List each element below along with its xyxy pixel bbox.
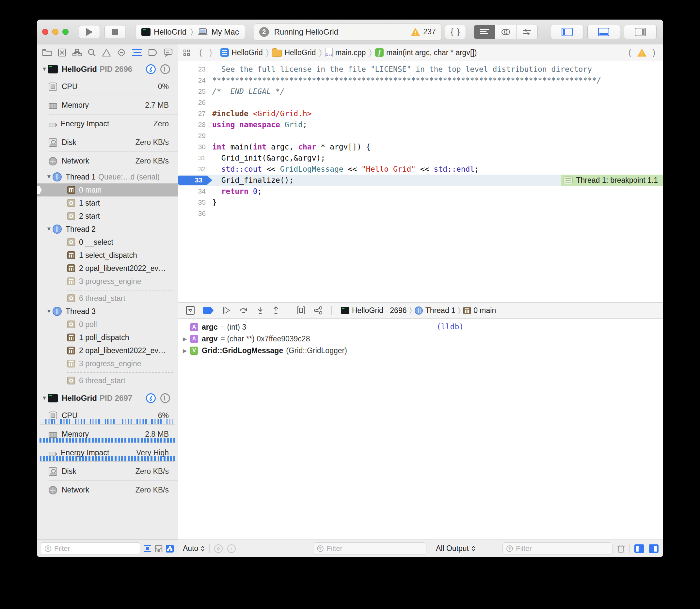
line-number[interactable]: 34 [178, 187, 206, 195]
continue-icon[interactable] [222, 307, 231, 314]
hide-debug-area-icon[interactable] [186, 306, 194, 315]
sidebar-row[interactable]: Memory 2.8 MB [37, 425, 178, 443]
line-number[interactable]: 35 [178, 198, 206, 206]
disclosure-triangle-icon[interactable]: ▼ [45, 174, 53, 180]
source-control-icon[interactable] [58, 48, 66, 57]
sidebar-row[interactable]: ▼ HelloGrid PID 2696 [37, 61, 178, 77]
warning-count[interactable]: 237 [423, 28, 436, 36]
sidebar-row[interactable]: 2 opal_libevent2022_ev… [37, 262, 178, 275]
sidebar-row[interactable]: 3 progress_engine [37, 357, 178, 370]
debug-thread[interactable]: Thread 1 [425, 306, 456, 315]
disclosure-triangle-icon[interactable]: ▼ [41, 66, 48, 72]
previous-issue-button[interactable]: ⟨ [626, 47, 633, 58]
disclosure-triangle-icon[interactable]: ▼ [45, 226, 53, 232]
warning-icon[interactable]: ! [637, 49, 647, 57]
console-filter-field[interactable]: Filter [502, 542, 613, 555]
sidebar-row[interactable]: 3 progress_engine [37, 275, 178, 288]
sidebar-row[interactable]: CPU 6% [37, 406, 178, 425]
run-button[interactable] [79, 25, 100, 39]
line-number[interactable]: 24 [178, 76, 206, 84]
sidebar-row[interactable]: Memory 2.7 MB [37, 96, 178, 115]
issue-navigator-icon[interactable] [102, 49, 111, 57]
version-editor-button[interactable] [516, 25, 537, 39]
line-number[interactable]: 36 [178, 210, 206, 218]
line-number[interactable]: 32 [178, 165, 206, 173]
sidebar-row[interactable]: 6 thread_start [37, 374, 178, 387]
quicklook-eye-icon[interactable] [214, 544, 223, 553]
variables-view-toggle-icon[interactable] [634, 544, 644, 553]
sidebar-row[interactable]: ▼ Thread 2 [37, 223, 178, 236]
debug-process[interactable]: HelloGrid - 2696 [352, 306, 407, 315]
sidebar-row[interactable]: ▼ Thread 1 Queue:…d (serial) [37, 170, 178, 184]
line-number[interactable]: 23 [178, 65, 206, 73]
sidebar-row[interactable]: Energy Impact Very High [37, 443, 178, 462]
navigator-toggle-button[interactable] [551, 25, 583, 39]
sidebar-row[interactable]: Network Zero KB/s [37, 152, 178, 170]
sidebar-row[interactable] [37, 288, 178, 292]
breakpoints-enabled-icon[interactable] [203, 307, 214, 314]
view-process-by-queue-icon[interactable] [166, 544, 174, 553]
sidebar-row[interactable]: 0 poll [37, 318, 178, 331]
next-issue-button[interactable]: ⟩ [650, 47, 658, 58]
stop-button[interactable] [104, 25, 125, 39]
standard-editor-button[interactable] [474, 25, 495, 39]
symbol-navigator-icon[interactable] [72, 49, 82, 56]
breakpoint-annotation[interactable]: Thread 1: breakpoint 1.1 [561, 175, 663, 186]
debug-frame[interactable]: 0 main [474, 306, 496, 315]
annotation-menu-icon[interactable] [564, 176, 573, 184]
sidebar-row[interactable]: 2 opal_libevent2022_ev… [37, 344, 178, 357]
forward-button[interactable]: ⟩ [207, 47, 215, 58]
line-number[interactable]: 28 [178, 121, 206, 128]
disclosure-triangle-icon[interactable]: ▶ [183, 336, 190, 342]
info-icon[interactable]: i [227, 544, 236, 553]
scheme-selector[interactable]: HelloGrid 〉 My Mac [135, 25, 245, 39]
sidebar-row[interactable] [37, 387, 178, 390]
breakpoint-navigator-icon[interactable] [148, 49, 158, 56]
scope-popup[interactable]: Auto [183, 544, 205, 553]
variable-row[interactable]: ▶ V Grid::GridLogMessage (Grid::GridLogg… [178, 345, 431, 356]
sidebar-row[interactable]: ▼ Thread 3 [37, 305, 178, 318]
zoom-icon[interactable] [62, 29, 69, 35]
view-hierarchy-icon[interactable] [297, 306, 305, 315]
sidebar-row[interactable]: Energy Impact Zero [37, 115, 178, 133]
line-number[interactable]: 29 [178, 132, 206, 140]
code-review-button[interactable]: { } [445, 25, 466, 39]
utilities-toggle-button[interactable] [624, 25, 656, 39]
breadcrumb-project[interactable]: HelloGrid [232, 48, 263, 57]
test-navigator-icon[interactable] [117, 48, 126, 57]
sidebar-row[interactable]: 2 start [37, 210, 178, 223]
sidebar-row[interactable] [37, 370, 178, 374]
sidebar-row[interactable]: CPU 0% [37, 77, 178, 96]
line-number[interactable]: 26 [178, 99, 206, 106]
step-out-icon[interactable] [272, 307, 279, 314]
sidebar-row[interactable]: Disk Zero KB/s [37, 133, 178, 152]
close-icon[interactable] [42, 29, 48, 35]
minimize-icon[interactable] [52, 29, 58, 35]
memory-graph-icon[interactable] [314, 306, 323, 315]
breadcrumb-file[interactable]: main.cpp [335, 48, 366, 57]
variables-list[interactable]: ▶ A argc = (int) 3 ▶ A argv = (char **) … [178, 318, 431, 539]
sidebar-row[interactable]: Disk Zero KB/s [37, 462, 178, 481]
step-over-icon[interactable] [239, 307, 248, 314]
sidebar-row[interactable]: 1 poll_dispatch [37, 331, 178, 344]
report-navigator-icon[interactable] [164, 48, 173, 57]
debug-area-toggle-button[interactable] [587, 25, 620, 39]
variables-filter-field[interactable]: Filter [313, 542, 426, 555]
related-items-icon[interactable] [184, 50, 190, 56]
console-output[interactable]: (lldb) [431, 318, 663, 539]
line-number[interactable]: 27 [178, 110, 206, 118]
disclosure-triangle-icon[interactable]: ▶ [183, 348, 190, 354]
find-icon[interactable] [87, 48, 96, 57]
filter-paused-threads-icon[interactable] [143, 544, 152, 553]
project-navigator-icon[interactable] [42, 49, 52, 56]
sidebar-row[interactable]: 6 thread_start [37, 292, 178, 305]
line-number[interactable]: 33 [178, 176, 212, 185]
activity-view[interactable]: 2 Running HelloGrid ! 237 [254, 23, 441, 40]
line-number[interactable]: 25 [178, 87, 206, 95]
line-number[interactable]: 30 [178, 143, 206, 151]
gauge-icon[interactable] [146, 64, 156, 74]
output-popup[interactable]: All Output [436, 544, 475, 553]
disclosure-triangle-icon[interactable]: ▼ [45, 308, 53, 315]
disclosure-triangle-icon[interactable]: ▼ [41, 395, 48, 401]
trash-icon[interactable] [617, 544, 625, 553]
